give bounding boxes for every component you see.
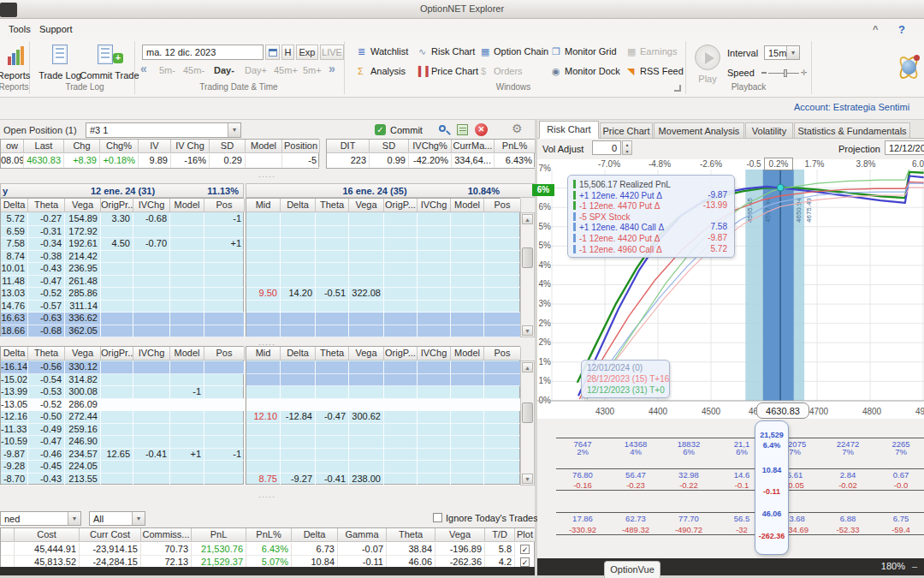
play-button[interactable] [695, 45, 720, 70]
menu-item-tools[interactable]: Tools [9, 24, 31, 34]
table-row[interactable] [246, 361, 521, 374]
table-row[interactable] [246, 374, 521, 387]
tab-risk-chart[interactable]: Risk Chart [539, 121, 599, 139]
ignore-trades-checkbox[interactable] [433, 513, 442, 522]
windows-button-monitor-dock[interactable]: ◉Monitor Dock [552, 66, 620, 80]
position-selector[interactable]: #3 1 ▾ [86, 122, 241, 138]
time-nav-45m[interactable]: 45m- [183, 65, 204, 75]
table-row[interactable] [246, 276, 521, 289]
table-row[interactable]: 6.59-0.31172.92 [1, 226, 245, 239]
windows-dialog-launcher-icon[interactable] [674, 85, 681, 92]
table-row[interactable]: 14.76-0.57311.14 [1, 301, 245, 313]
live-button[interactable]: LIVE [320, 45, 344, 60]
table-row[interactable]: 8.75-9.27-0.41238.00 [246, 474, 521, 486]
time-nav-[interactable]: « [140, 62, 147, 75]
time-nav-[interactable]: » [329, 62, 335, 75]
table-row[interactable]: 12.10-12.84-0.47300.62 [246, 411, 521, 424]
optionvue-taskbar-tab[interactable]: OptionVue [604, 561, 660, 578]
table-row[interactable]: 5.72-0.27154.893.30-0.68-1 [1, 213, 245, 226]
position-filter-select[interactable]: ned▾ [0, 511, 81, 526]
table-row[interactable] [246, 436, 521, 449]
table-row[interactable] [246, 399, 521, 412]
windows-button-option-chain[interactable]: ▦Option Chain [481, 46, 548, 60]
windows-button-rss-feed[interactable]: ◥RSS Feed [627, 66, 684, 80]
table-row[interactable]: -8.70-0.43213.55 [1, 474, 245, 486]
table-row[interactable]: 7.58-0.34192.614.50-0.70+1 [1, 238, 245, 251]
trading-date-input[interactable]: ma. 12 dic. 2023 [142, 45, 264, 60]
windows-button-price-chart[interactable]: ▍▍Price Chart [418, 66, 478, 80]
commit-button[interactable]: ✓ Commit [375, 122, 429, 138]
copy-grid-icon[interactable] [457, 124, 468, 135]
table-row[interactable]: 9.5014.20-0.51322.08 [246, 288, 521, 301]
table-row[interactable] [246, 251, 521, 264]
plot-checkbox[interactable]: ✓ [520, 557, 530, 567]
windows-button-orders[interactable]: $Orders [481, 66, 523, 80]
table-row[interactable] [246, 313, 521, 325]
help-icon[interactable]: ? [898, 23, 905, 36]
table-row[interactable]: 13.03-0.52285.86 [1, 288, 245, 301]
table-row[interactable] [246, 213, 521, 226]
zoom-out-button[interactable]: – [912, 561, 917, 571]
collapse-ribbon-icon[interactable]: ^ [873, 24, 878, 34]
table-row[interactable]: -15.02-0.54314.82 [1, 374, 245, 387]
table-row[interactable]: -13.99-0.53300.08-1 [1, 386, 245, 399]
table-row[interactable] [246, 238, 521, 251]
vol-adjust-input[interactable]: 0 [592, 140, 621, 155]
table-row[interactable]: 10.01-0.43236.95 [1, 263, 245, 276]
hour-button[interactable]: H [281, 45, 294, 60]
splitter-handle-icon[interactable] [248, 491, 286, 501]
table-row[interactable]: -9.28-0.45224.05 [1, 461, 245, 474]
windows-button-risk-chart[interactable]: ∿Risk Chart [418, 46, 475, 60]
interval-select[interactable]: 15m ▾ [764, 45, 800, 60]
windows-button-earnings[interactable]: ▦Earnings [627, 46, 677, 60]
table-row[interactable]: -16.14-0.56330.12 [1, 361, 245, 374]
speed-slider[interactable]: ✛ [761, 68, 806, 78]
table-row[interactable]: 11.48-0.47261.48 [1, 276, 245, 289]
table-row[interactable]: -10.59-0.47246.90 [1, 436, 245, 449]
time-nav-Day[interactable]: Day+ [245, 65, 267, 75]
table-row[interactable] [246, 424, 521, 437]
calendar-icon[interactable] [265, 45, 280, 60]
projection-date-input[interactable]: 12/12/202 [885, 140, 924, 155]
table-row[interactable]: 18.66-0.68362.05 [1, 325, 245, 338]
tab-statistics-fundamentals[interactable]: Statistics & Fundamentals [794, 122, 910, 139]
exp-button[interactable]: Exp [296, 45, 318, 60]
scroll-down-icon[interactable]: ▼ [522, 474, 533, 484]
table-row[interactable]: -9.87-0.46234.5712.65-0.41+1-1 [1, 449, 245, 462]
slider-thumb[interactable] [784, 69, 787, 77]
table-row[interactable] [246, 449, 521, 462]
time-nav-Day[interactable]: Day- [214, 65, 234, 75]
windows-button-monitor-grid[interactable]: ❐Monitor Grid [552, 46, 617, 60]
plot-checkbox[interactable]: ✓ [520, 545, 530, 554]
table-row[interactable] [246, 301, 521, 313]
legend-leg-delta: -13.99 [703, 200, 727, 210]
gear-icon[interactable]: ⚙ [512, 122, 525, 135]
time-nav-5m[interactable]: 5m+ [303, 65, 322, 75]
table-row[interactable]: -12.16-0.50272.44 [1, 411, 245, 424]
leg-filter-select[interactable]: All▾ [89, 511, 145, 526]
time-nav-5m[interactable]: 5m- [159, 65, 175, 75]
table-row[interactable] [246, 226, 521, 239]
close-position-icon[interactable]: ✕ [475, 123, 488, 136]
table-row[interactable] [246, 461, 521, 474]
scroll-thumb[interactable] [522, 402, 533, 423]
table-row[interactable]: 16.63-0.63336.62 [1, 313, 245, 325]
commit-trade-button[interactable]: + Commit Trade [86, 45, 133, 82]
splitter-handle-icon[interactable] [248, 170, 286, 181]
table-row[interactable] [246, 386, 521, 399]
menu-item-support[interactable]: Support [39, 24, 73, 34]
table-row[interactable] [246, 263, 521, 276]
table-row[interactable] [246, 325, 521, 338]
tab-price-chart[interactable]: Price Chart [600, 122, 653, 139]
table-row[interactable]: -11.33-0.49259.16 [1, 424, 245, 437]
tab-volatility[interactable]: Volatility [745, 122, 793, 139]
windows-button-analysis[interactable]: ΣAnalysis [358, 66, 406, 80]
search-icon[interactable] [438, 124, 450, 136]
vol-adjust-spinner[interactable]: ▴▾ [622, 140, 632, 155]
table-row[interactable]: 8.74-0.38214.42 [1, 251, 245, 264]
tab-movement-analysis[interactable]: Movement Analysis [654, 122, 744, 139]
table-row[interactable]: -13.05-0.52286.09 [1, 399, 245, 412]
time-nav-45m[interactable]: 45m+ [274, 65, 298, 75]
splitter-handle-icon[interactable] [248, 338, 286, 349]
windows-button-watchlist[interactable]: ≣Watchlist [358, 46, 408, 60]
